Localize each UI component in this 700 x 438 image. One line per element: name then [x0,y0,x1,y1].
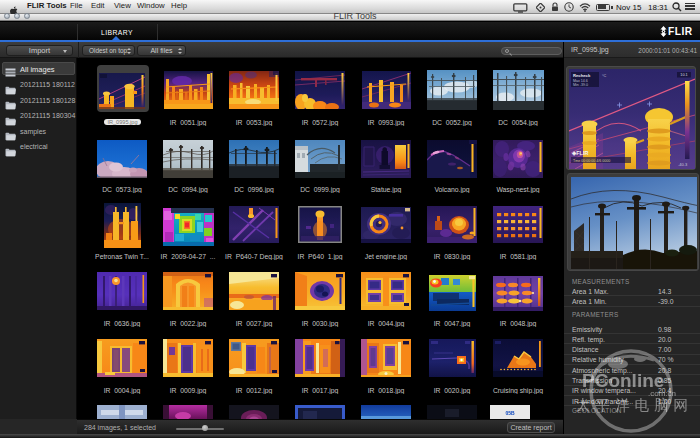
svg-text:-40.3: -40.3 [678,162,688,167]
svg-text:PConline: PConline [582,370,664,391]
svg-text:◈FLIR: ◈FLIR [571,150,588,156]
svg-text:Tme 00:00:00 4/6 0000: Tme 00:00:00 4/6 0000 [573,159,610,163]
svg-text:05B: 05B [505,410,515,416]
svg-text:FLIR: FLIR [668,26,693,37]
svg-text:太平洋电脑网: 太平洋电脑网 [576,397,693,413]
svg-text:Min -39.0: Min -39.0 [573,83,588,87]
svg-text:°C: °C [602,74,607,78]
svg-text:Recheck: Recheck [573,73,591,78]
svg-text:10.1: 10.1 [680,73,687,77]
